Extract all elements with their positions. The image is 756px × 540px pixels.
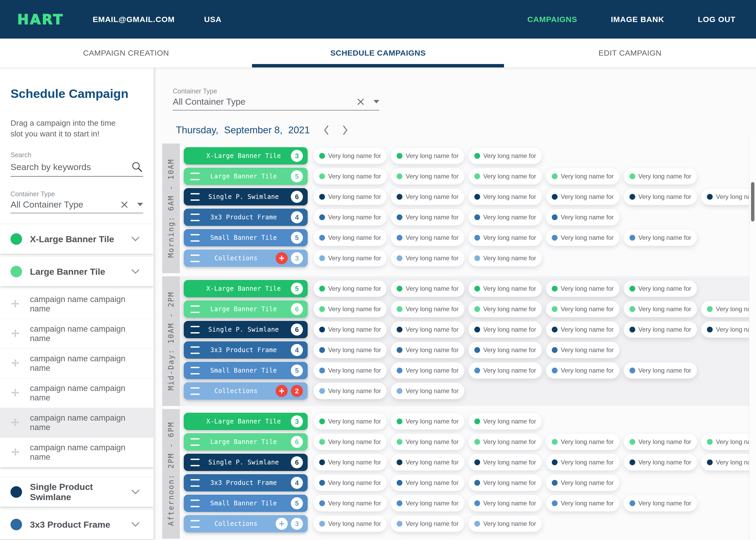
campaign-pill[interactable]: Very long name for — [391, 516, 464, 532]
chevron-down-icon[interactable] — [131, 522, 140, 527]
campaign-pill[interactable]: Very long name for — [701, 454, 756, 471]
clear-icon[interactable] — [357, 98, 365, 106]
campaign-pill[interactable]: Very long name for — [313, 434, 387, 450]
container-type-band[interactable]: Single P. Swimlane6 — [184, 454, 308, 471]
campaign-pill[interactable]: Very long name for — [546, 189, 619, 205]
campaign-pill[interactable]: Very long name for — [546, 342, 619, 358]
container-type-band[interactable]: 3x3 Product Frame4 — [184, 474, 308, 491]
campaign-pill[interactable]: Very long name for — [313, 475, 387, 491]
campaign-pill[interactable]: Very long name for — [469, 434, 542, 450]
campaign-pill[interactable]: Very long name for — [624, 229, 697, 246]
campaign-pill[interactable]: Very long name for — [391, 383, 464, 399]
campaign-list-item[interactable]: campaign name campaign name — [0, 408, 154, 438]
campaign-list-item[interactable]: campaign name campaign name — [0, 319, 154, 349]
campaign-pill[interactable]: Very long name for — [624, 168, 697, 185]
drag-handle-icon[interactable] — [191, 193, 200, 201]
campaign-pill[interactable]: Very long name for — [701, 189, 756, 205]
campaign-pill[interactable]: Very long name for — [391, 229, 464, 246]
campaign-pill[interactable]: Very long name for — [624, 301, 697, 317]
caret-down-icon[interactable] — [137, 203, 143, 206]
drag-handle-icon[interactable] — [191, 438, 200, 446]
campaign-pill[interactable]: Very long name for — [391, 281, 464, 297]
drag-handle-icon[interactable] — [191, 234, 200, 242]
campaign-pill[interactable]: Very long name for — [546, 434, 619, 450]
campaign-list-item[interactable]: campaign name campaign name — [0, 289, 154, 319]
move-icon[interactable] — [11, 329, 20, 338]
sidebar-group-large[interactable]: Large Banner Tile — [0, 257, 154, 286]
campaign-pill[interactable]: Very long name for — [469, 189, 542, 205]
move-icon[interactable] — [11, 299, 20, 309]
campaign-pill[interactable]: Very long name for — [313, 516, 387, 532]
campaign-pill[interactable]: Very long name for — [469, 301, 542, 317]
campaign-pill[interactable]: Very long name for — [391, 454, 464, 471]
campaign-pill[interactable]: Very long name for — [391, 475, 464, 491]
campaign-pill[interactable]: Very long name for — [546, 362, 619, 379]
campaign-pill[interactable]: Very long name for — [391, 434, 464, 450]
tab-schedule-campaigns[interactable]: SCHEDULE CAMPAIGNS — [252, 39, 504, 68]
container-type-band[interactable]: Large Banner Tile6 — [184, 301, 308, 318]
drag-handle-icon[interactable] — [191, 387, 200, 395]
container-type-band[interactable]: X-Large Banner Tile3 — [184, 147, 308, 165]
campaign-pill[interactable]: Very long name for — [313, 342, 387, 358]
campaign-pill[interactable]: Very long name for — [391, 209, 464, 225]
vertical-scrollbar-thumb[interactable] — [751, 182, 754, 221]
campaign-pill[interactable]: Very long name for — [313, 413, 387, 430]
drag-handle-icon[interactable] — [191, 173, 200, 180]
chevron-left-icon[interactable] — [322, 124, 330, 137]
container-type-band[interactable]: Small Banner Tile5 — [184, 229, 308, 246]
main-container-type-select[interactable]: All Container Type — [173, 96, 379, 110]
campaign-pill[interactable]: Very long name for — [546, 301, 619, 317]
campaign-pill[interactable]: Very long name for — [313, 250, 387, 266]
container-type-band[interactable]: Single P. Swimlane6 — [184, 321, 308, 338]
campaign-pill[interactable]: Very long name for — [313, 383, 387, 399]
drag-handle-icon[interactable] — [191, 479, 200, 487]
campaign-pill[interactable]: Very long name for — [469, 168, 542, 185]
container-type-band[interactable]: Large Banner Tile6 — [184, 433, 308, 451]
campaign-pill[interactable]: Very long name for — [313, 454, 387, 471]
campaign-pill[interactable]: Very long name for — [624, 495, 697, 511]
chevron-down-icon[interactable] — [131, 236, 140, 242]
campaign-pill[interactable]: Very long name for — [546, 475, 619, 491]
campaign-pill[interactable]: Very long name for — [469, 454, 542, 471]
campaign-pill[interactable]: Very long name for — [469, 362, 542, 379]
campaign-pill[interactable]: Very long name for — [469, 342, 542, 358]
container-type-band[interactable]: Collections+3 — [184, 249, 308, 267]
search-input[interactable] — [11, 162, 131, 172]
sidebar-group-single[interactable]: Single Product Swimlane — [0, 477, 154, 507]
tab-edit-campaign[interactable]: EDIT CAMPAIGN — [504, 39, 756, 68]
campaign-pill[interactable]: Very long name for — [546, 209, 619, 225]
campaign-pill[interactable]: Very long name for — [391, 413, 464, 430]
campaign-pill[interactable]: Very long name for — [546, 322, 619, 338]
campaign-pill[interactable]: Very long name for — [313, 168, 387, 185]
container-type-band[interactable]: Collections+3 — [184, 515, 308, 532]
vertical-scrollbar-track[interactable] — [749, 135, 756, 540]
campaign-pill[interactable]: Very long name for — [469, 516, 542, 532]
drag-handle-icon[interactable] — [191, 520, 200, 528]
campaign-pill[interactable]: Very long name for — [391, 168, 464, 185]
campaign-pill[interactable]: Very long name for — [313, 209, 387, 225]
caret-down-icon[interactable] — [374, 100, 379, 103]
campaign-pill[interactable]: Very long name for — [469, 148, 542, 164]
campaign-pill[interactable]: Very long name for — [391, 189, 464, 205]
chevron-down-icon[interactable] — [131, 269, 140, 274]
campaign-pill[interactable]: Very long name for — [546, 495, 619, 511]
drag-handle-icon[interactable] — [191, 367, 200, 374]
campaign-pill[interactable]: Very long name for — [469, 229, 542, 246]
clear-icon[interactable] — [120, 201, 128, 208]
campaign-pill[interactable]: Very long name for — [469, 209, 542, 225]
nav-campaigns-link[interactable]: CAMPAIGNS — [528, 15, 577, 24]
add-campaign-button[interactable]: + — [276, 252, 288, 264]
container-type-band[interactable]: Small Banner Tile5 — [184, 362, 308, 379]
drag-handle-icon[interactable] — [191, 326, 200, 334]
campaign-pill[interactable]: Very long name for — [701, 322, 756, 338]
move-icon[interactable] — [11, 388, 20, 398]
search-icon[interactable] — [131, 161, 143, 173]
nav-email[interactable]: EMAIL@GMAIL.COM — [93, 15, 175, 24]
campaign-pill[interactable]: Very long name for — [391, 362, 464, 379]
campaign-pill[interactable]: Very long name for — [701, 434, 756, 450]
campaign-pill[interactable]: Very long name for — [313, 148, 387, 164]
chevron-down-icon[interactable] — [131, 489, 140, 494]
chevron-right-icon[interactable] — [341, 124, 350, 137]
drag-handle-icon[interactable] — [191, 306, 200, 313]
campaign-pill[interactable]: Very long name for — [546, 281, 619, 297]
